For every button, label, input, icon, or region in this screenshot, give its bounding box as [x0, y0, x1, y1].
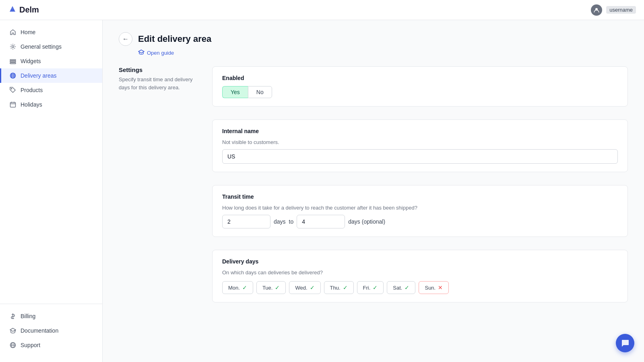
- sidebar-item-products-label: Products: [21, 87, 43, 93]
- section-label: Settings Specify transit time and delive…: [119, 66, 199, 309]
- dollar-icon: [9, 313, 17, 320]
- section-title: Settings: [119, 66, 199, 73]
- svg-rect-2: [10, 60, 16, 61]
- day-fri-check-icon: ✓: [373, 284, 378, 291]
- day-sun-label: Sun.: [425, 285, 436, 291]
- svg-rect-11: [10, 103, 16, 107]
- graduation-icon: [9, 327, 17, 334]
- transit-min-input[interactable]: [222, 215, 270, 228]
- day-sat-button[interactable]: Sat. ✓: [387, 281, 415, 294]
- transit-time-description: How long does it take for a delivery to …: [222, 205, 618, 211]
- delivery-days-grid: Mon. ✓ Tue. ✓ Wed. ✓ Thu.: [222, 281, 618, 294]
- day-wed-label: Wed.: [295, 285, 307, 291]
- support-globe-icon: [9, 341, 17, 349]
- sidebar-nav: Home General settings: [0, 25, 102, 304]
- widgets-icon: [9, 58, 17, 65]
- day-sun-button[interactable]: Sun. ✕: [419, 281, 449, 294]
- sidebar-item-general-settings-label: General settings: [21, 43, 62, 50]
- delivery-days-label: Delivery days: [222, 258, 618, 265]
- svg-rect-3: [10, 61, 16, 62]
- day-fri-label: Fri.: [363, 285, 371, 291]
- sidebar-item-holidays[interactable]: Holidays: [0, 97, 102, 112]
- enabled-toggle-group: Yes No: [222, 86, 618, 98]
- sidebar-bottom: Billing Documentation: [0, 304, 102, 357]
- sidebar-item-products[interactable]: Products: [0, 83, 102, 97]
- sidebar-item-home-label: Home: [21, 29, 35, 35]
- sidebar-item-support-label: Support: [21, 342, 40, 348]
- day-thu-button[interactable]: Thu. ✓: [324, 281, 354, 294]
- topbar-right: username: [591, 4, 636, 16]
- svg-rect-4: [10, 63, 16, 64]
- back-button[interactable]: ←: [119, 32, 132, 46]
- svg-point-10: [11, 88, 12, 89]
- chat-bubble-button[interactable]: [616, 334, 634, 352]
- open-guide-link[interactable]: Open guide: [138, 49, 628, 57]
- home-icon: [9, 29, 17, 36]
- page-header: ← Edit delivery area: [119, 32, 628, 46]
- day-sat-check-icon: ✓: [405, 284, 409, 291]
- transit-max-input[interactable]: [297, 215, 345, 228]
- settings-section: Settings Specify transit time and delive…: [119, 66, 628, 309]
- day-wed-button[interactable]: Wed. ✓: [289, 281, 320, 294]
- day-thu-check-icon: ✓: [343, 284, 348, 291]
- sidebar: Home General settings: [0, 20, 103, 362]
- day-fri-button[interactable]: Fri. ✓: [357, 281, 384, 294]
- calendar-icon: [9, 101, 17, 108]
- transit-days-label: days: [274, 218, 286, 225]
- enabled-label: Enabled: [222, 75, 618, 81]
- sidebar-item-widgets[interactable]: Widgets: [0, 54, 102, 68]
- day-mon-label: Mon.: [228, 285, 240, 291]
- internal-name-sublabel: Not visible to customers.: [222, 139, 618, 145]
- transit-time-label: Transit time: [222, 193, 618, 200]
- day-wed-check-icon: ✓: [310, 284, 315, 291]
- sidebar-item-support[interactable]: Support: [0, 338, 102, 352]
- day-sun-x-icon: ✕: [438, 284, 443, 291]
- tag-icon: [9, 86, 17, 94]
- enabled-card: Enabled Yes No: [212, 66, 628, 107]
- open-guide-label: Open guide: [147, 50, 174, 56]
- sidebar-item-billing-label: Billing: [21, 313, 35, 319]
- sidebar-item-documentation[interactable]: Documentation: [0, 323, 102, 338]
- page-title: Edit delivery area: [138, 34, 211, 44]
- day-mon-button[interactable]: Mon. ✓: [222, 281, 253, 294]
- internal-name-input[interactable]: [222, 149, 618, 164]
- internal-name-label: Internal name: [222, 128, 618, 134]
- cards-column: Enabled Yes No Internal name Not visible…: [212, 66, 628, 309]
- sidebar-item-widgets-label: Widgets: [21, 58, 41, 64]
- sidebar-item-billing[interactable]: Billing: [0, 309, 102, 323]
- enabled-yes-button[interactable]: Yes: [222, 86, 248, 98]
- username-label: username: [606, 6, 636, 14]
- section-description: Specify transit time and delivery days f…: [119, 76, 199, 91]
- enabled-no-button[interactable]: No: [248, 86, 272, 98]
- day-tue-label: Tue.: [262, 285, 273, 291]
- sidebar-item-home[interactable]: Home: [0, 25, 102, 39]
- sidebar-item-documentation-label: Documentation: [21, 327, 58, 334]
- avatar-icon: [591, 4, 602, 16]
- day-tue-button[interactable]: Tue. ✓: [256, 281, 286, 294]
- transit-time-row: days to days (optional): [222, 215, 618, 228]
- guide-icon: [138, 49, 144, 57]
- internal-name-card: Internal name Not visible to customers.: [212, 119, 628, 172]
- settings-icon: [9, 43, 17, 50]
- main-content: ← Edit delivery area Open guide Settings…: [103, 20, 644, 362]
- sidebar-item-holidays-label: Holidays: [21, 101, 42, 108]
- sidebar-item-delivery-areas-label: Delivery areas: [21, 72, 56, 79]
- topbar: Delm username: [0, 0, 644, 20]
- sidebar-item-general-settings[interactable]: General settings: [0, 39, 102, 54]
- transit-time-card: Transit time How long does it take for a…: [212, 185, 628, 237]
- globe-icon: [9, 72, 17, 79]
- logo-text: Delm: [19, 5, 39, 14]
- sidebar-item-delivery-areas[interactable]: Delivery areas: [0, 68, 102, 83]
- logo-icon: [8, 4, 17, 16]
- svg-point-1: [12, 46, 14, 48]
- transit-to-label: to: [289, 218, 294, 225]
- day-sat-label: Sat.: [393, 285, 402, 291]
- day-mon-check-icon: ✓: [242, 284, 247, 291]
- delivery-days-card: Delivery days On which days can deliveri…: [212, 250, 628, 302]
- day-tue-check-icon: ✓: [275, 284, 280, 291]
- transit-days-optional-label: days (optional): [348, 218, 385, 225]
- day-thu-label: Thu.: [330, 285, 341, 291]
- delivery-days-description: On which days can deliveries be delivere…: [222, 269, 618, 276]
- logo: Delm: [8, 4, 39, 16]
